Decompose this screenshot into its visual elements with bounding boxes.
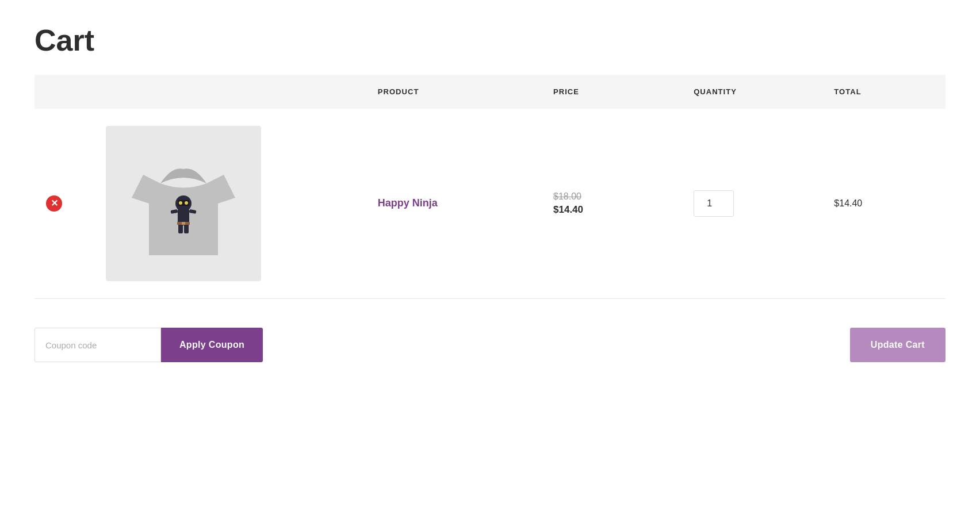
page-title: Cart xyxy=(35,23,945,57)
col-header-product: PRODUCT xyxy=(366,75,542,109)
table-row: ✕ xyxy=(35,109,945,299)
col-header-quantity: QUANTITY xyxy=(682,75,822,109)
svg-point-4 xyxy=(179,201,182,205)
svg-rect-11 xyxy=(182,222,185,225)
table-header-row: PRODUCT PRICE QUANTITY TOTAL xyxy=(35,75,945,109)
remove-item-button[interactable]: ✕ xyxy=(46,195,62,212)
remove-cell: ✕ xyxy=(35,109,94,299)
price-original: $18.00 xyxy=(553,191,671,202)
col-header-price: PRICE xyxy=(542,75,682,109)
price-sale: $14.40 xyxy=(553,204,671,216)
svg-rect-6 xyxy=(178,224,183,233)
col-header-total: TOTAL xyxy=(822,75,945,109)
total-cell: $14.40 xyxy=(822,109,945,299)
coupon-input[interactable] xyxy=(35,328,161,362)
price-cell: $18.00 $14.40 xyxy=(542,109,682,299)
svg-point-5 xyxy=(185,201,188,205)
product-name-cell: Happy Ninja xyxy=(366,109,542,299)
product-image xyxy=(106,126,261,281)
cart-table: PRODUCT PRICE QUANTITY TOTAL ✕ xyxy=(35,75,945,299)
quantity-cell[interactable] xyxy=(682,109,822,299)
product-image-cell xyxy=(94,109,366,299)
row-total: $14.40 xyxy=(834,198,862,208)
cart-actions: Apply Coupon Update Cart xyxy=(35,322,945,362)
coupon-area: Apply Coupon xyxy=(35,328,263,362)
col-header-remove xyxy=(35,75,94,109)
svg-rect-7 xyxy=(184,224,189,233)
remove-icon: ✕ xyxy=(46,195,62,212)
apply-coupon-button[interactable]: Apply Coupon xyxy=(161,328,263,362)
product-name: Happy Ninja xyxy=(378,197,438,209)
ninja-shirt-svg xyxy=(126,140,241,267)
update-cart-button[interactable]: Update Cart xyxy=(850,328,945,362)
col-header-image xyxy=(94,75,366,109)
quantity-input[interactable] xyxy=(694,190,734,217)
